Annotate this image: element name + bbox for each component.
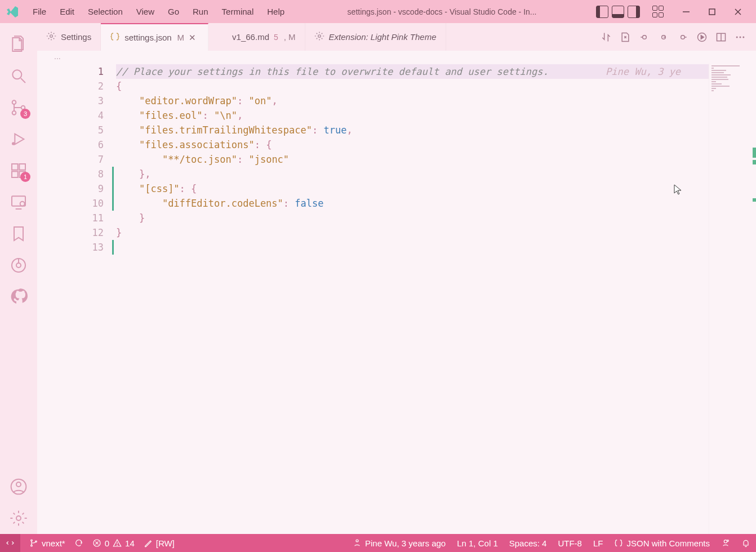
rw-label: [RW] <box>156 538 175 548</box>
gutter: 12345678910111213 <box>37 63 116 534</box>
scm-badge: 3 <box>20 109 30 119</box>
remote-explorer-icon[interactable] <box>0 186 37 218</box>
code-line-6[interactable]: "files.associations": { <box>116 137 709 152</box>
code-line-8[interactable]: }, <box>116 167 709 181</box>
svg-point-23 <box>16 516 21 520</box>
minimap[interactable] <box>709 63 748 534</box>
settings-gear-icon[interactable] <box>0 502 37 534</box>
code-line-3[interactable]: "editor.wordWrap": "on", <box>116 94 709 108</box>
code-line-4[interactable]: "files.eol": "\n", <box>116 108 709 123</box>
svg-point-44 <box>356 540 358 542</box>
code-line-12[interactable]: } <box>116 225 709 240</box>
explorer-icon[interactable] <box>0 29 37 60</box>
tab-icon-markdown <box>217 31 228 43</box>
svg-point-28 <box>681 35 685 39</box>
code-line-10[interactable]: "diffEditor.codeLens": false <box>116 196 709 211</box>
toggle-secondary-sidebar-icon[interactable] <box>628 6 640 18</box>
code-line-2[interactable]: { <box>116 79 709 94</box>
code-line-11[interactable]: } <box>116 211 709 225</box>
svg-marker-30 <box>701 35 704 39</box>
run-icon[interactable] <box>696 32 708 43</box>
code-line-7[interactable]: "**/toc.json": "jsonc" <box>116 152 709 167</box>
branch-status[interactable]: vnext* <box>29 538 65 548</box>
menu-terminal[interactable]: Terminal <box>215 7 261 16</box>
activitybar: 3 1 <box>0 23 37 534</box>
svg-point-26 <box>643 35 647 39</box>
next-change-icon[interactable] <box>677 32 688 43</box>
prev-change-icon[interactable] <box>639 32 650 43</box>
toggle-panel-icon[interactable] <box>612 6 624 18</box>
indentation-status[interactable]: Spaces: 4 <box>509 538 547 548</box>
minimize-button[interactable] <box>678 8 694 16</box>
svg-point-43 <box>117 545 118 546</box>
tab-filename: Extension: Light Pink Theme <box>329 32 437 42</box>
split-editor-icon[interactable] <box>715 32 727 43</box>
cursor-position[interactable]: Ln 1, Col 1 <box>457 538 498 548</box>
close-button[interactable] <box>730 8 746 16</box>
revert-icon[interactable] <box>658 32 669 43</box>
tab-close-icon[interactable]: ✕ <box>189 33 199 43</box>
code-line-9[interactable]: "[css]": { <box>116 181 709 196</box>
tab-0[interactable]: Settings <box>37 23 101 51</box>
menu-help[interactable]: Help <box>260 7 291 16</box>
svg-point-22 <box>16 482 21 487</box>
customize-layout-icon[interactable] <box>652 6 665 18</box>
compare-changes-icon[interactable] <box>601 32 612 43</box>
tab-2[interactable]: v1_66.md5, M <box>208 23 305 51</box>
menu-view[interactable]: View <box>130 7 161 16</box>
tab-filename: settings.json <box>124 33 171 42</box>
open-changes-icon[interactable] <box>620 32 631 43</box>
code-line-13[interactable] <box>116 240 709 255</box>
language-label: JSON with Comments <box>626 538 710 548</box>
menu-file[interactable]: File <box>26 7 53 16</box>
feedback-icon[interactable] <box>721 538 730 547</box>
tabs: Settingssettings.jsonM✕v1_66.md5, MExten… <box>37 23 756 51</box>
code-line-1[interactable]: // Place your settings in this file to o… <box>116 64 709 79</box>
breadcrumb[interactable]: ... <box>37 51 756 63</box>
search-icon[interactable] <box>0 60 37 92</box>
svg-point-17 <box>20 202 25 206</box>
window-controls <box>668 8 751 16</box>
tab-modified-indicator: , M <box>284 32 296 42</box>
code-line-5[interactable]: "files.trimTrailingWhitespace": true, <box>116 123 709 137</box>
more-actions-icon[interactable] <box>735 32 746 43</box>
svg-point-24 <box>50 35 53 38</box>
menu-run[interactable]: Run <box>186 7 215 16</box>
problems-status[interactable]: 0 14 <box>92 538 135 548</box>
blame-status[interactable]: Pine Wu, 3 years ago <box>353 538 446 548</box>
layout-controls <box>593 6 668 18</box>
accounts-icon[interactable] <box>0 471 37 502</box>
language-mode[interactable]: JSON with Comments <box>614 538 710 548</box>
file-access-status[interactable]: [RW] <box>144 538 175 548</box>
extensions-icon[interactable]: 1 <box>0 155 37 186</box>
remote-indicator[interactable] <box>0 534 20 552</box>
svg-point-7 <box>12 111 16 115</box>
encoding-status[interactable]: UTF-8 <box>558 538 582 548</box>
toggle-primary-sidebar-icon[interactable] <box>596 6 608 18</box>
editor[interactable]: 12345678910111213 // Place your settings… <box>37 63 756 534</box>
svg-point-10 <box>12 142 15 145</box>
github-icon[interactable] <box>0 281 37 313</box>
menu-go[interactable]: Go <box>161 7 186 16</box>
svg-line-5 <box>21 78 25 83</box>
menu-edit[interactable]: Edit <box>53 7 81 16</box>
eol-status[interactable]: LF <box>593 538 603 548</box>
svg-point-19 <box>16 263 21 268</box>
tab-3[interactable]: Extension: Light Pink Theme <box>305 23 446 51</box>
bookmarks-icon[interactable] <box>0 218 37 250</box>
source-control-icon[interactable]: 3 <box>0 92 37 123</box>
sync-status[interactable] <box>74 538 83 547</box>
svg-point-4 <box>12 70 21 79</box>
code-content[interactable]: // Place your settings in this file to o… <box>116 63 709 534</box>
scrollbar[interactable] <box>748 63 756 534</box>
tab-filename: Settings <box>61 32 91 42</box>
gitlens-icon[interactable] <box>0 250 37 281</box>
run-debug-icon[interactable] <box>0 123 37 155</box>
menu-selection[interactable]: Selection <box>81 7 130 16</box>
tab-modified-indicator: M <box>177 33 185 42</box>
notifications-icon[interactable] <box>741 538 750 547</box>
maximize-button[interactable] <box>704 8 720 16</box>
warning-count: 14 <box>125 538 135 548</box>
editor-actions <box>590 23 756 51</box>
tab-1[interactable]: settings.jsonM✕ <box>101 23 208 51</box>
